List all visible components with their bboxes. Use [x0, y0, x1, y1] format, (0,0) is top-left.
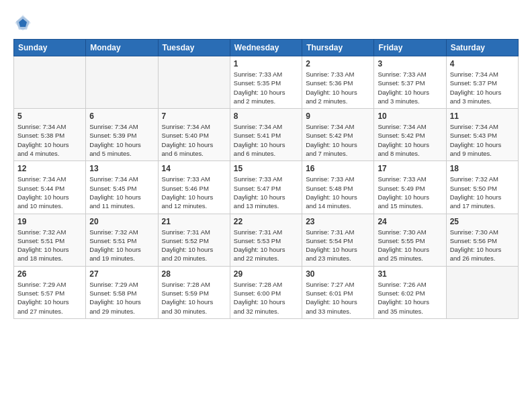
calendar-cell: 13Sunrise: 7:34 AM Sunset: 5:45 PM Dayli…: [86, 161, 158, 214]
day-number: 12: [17, 164, 82, 173]
day-number: 22: [234, 217, 298, 226]
day-number: 6: [89, 111, 154, 121]
calendar-cell: 31Sunrise: 7:26 AM Sunset: 6:02 PM Dayli…: [374, 266, 446, 318]
weekday-header: Saturday: [446, 40, 518, 56]
day-number: 11: [450, 111, 515, 121]
calendar-cell: 25Sunrise: 7:30 AM Sunset: 5:56 PM Dayli…: [446, 214, 518, 266]
day-number: 30: [306, 269, 370, 279]
day-info: Sunrise: 7:26 AM Sunset: 6:02 PM Dayligh…: [378, 280, 442, 316]
day-number: 27: [89, 269, 154, 279]
day-number: 25: [450, 217, 515, 226]
day-info: Sunrise: 7:32 AM Sunset: 5:51 PM Dayligh…: [17, 228, 82, 263]
calendar-cell: 22Sunrise: 7:31 AM Sunset: 5:53 PM Dayli…: [230, 214, 302, 266]
day-info: Sunrise: 7:34 AM Sunset: 5:43 PM Dayligh…: [450, 122, 515, 158]
calendar-cell: 6Sunrise: 7:34 AM Sunset: 5:39 PM Daylig…: [86, 109, 158, 161]
day-info: Sunrise: 7:34 AM Sunset: 5:37 PM Dayligh…: [450, 70, 515, 105]
day-info: Sunrise: 7:28 AM Sunset: 6:00 PM Dayligh…: [234, 280, 298, 316]
day-number: 19: [17, 217, 82, 226]
day-info: Sunrise: 7:29 AM Sunset: 5:58 PM Dayligh…: [89, 280, 154, 316]
calendar-cell: 11Sunrise: 7:34 AM Sunset: 5:43 PM Dayli…: [446, 109, 518, 161]
calendar-week-row: 26Sunrise: 7:29 AM Sunset: 5:57 PM Dayli…: [14, 266, 519, 318]
calendar-cell: 14Sunrise: 7:33 AM Sunset: 5:46 PM Dayli…: [158, 161, 230, 214]
page-header: [13, 13, 519, 32]
day-number: 5: [17, 111, 82, 121]
calendar-cell: 27Sunrise: 7:29 AM Sunset: 5:58 PM Dayli…: [86, 266, 158, 318]
day-info: Sunrise: 7:34 AM Sunset: 5:41 PM Dayligh…: [234, 122, 298, 158]
day-info: Sunrise: 7:33 AM Sunset: 5:49 PM Dayligh…: [378, 175, 442, 210]
day-info: Sunrise: 7:34 AM Sunset: 5:38 PM Dayligh…: [17, 122, 82, 158]
day-number: 28: [162, 269, 226, 279]
day-number: 13: [89, 164, 154, 173]
day-number: 8: [234, 111, 298, 121]
logo: [13, 13, 35, 32]
day-number: 10: [378, 111, 442, 121]
day-info: Sunrise: 7:34 AM Sunset: 5:42 PM Dayligh…: [378, 122, 442, 158]
calendar-cell: 16Sunrise: 7:33 AM Sunset: 5:48 PM Dayli…: [302, 161, 374, 214]
calendar-cell: 28Sunrise: 7:28 AM Sunset: 5:59 PM Dayli…: [158, 266, 230, 318]
calendar-cell: [86, 56, 158, 109]
calendar-week-row: 5Sunrise: 7:34 AM Sunset: 5:38 PM Daylig…: [14, 109, 519, 161]
day-number: 9: [306, 111, 370, 121]
calendar-cell: 15Sunrise: 7:33 AM Sunset: 5:47 PM Dayli…: [230, 161, 302, 214]
day-number: 2: [306, 59, 370, 68]
day-number: 14: [162, 164, 226, 173]
calendar-cell: 18Sunrise: 7:32 AM Sunset: 5:50 PM Dayli…: [446, 161, 518, 214]
day-number: 31: [378, 269, 442, 279]
day-info: Sunrise: 7:34 AM Sunset: 5:40 PM Dayligh…: [162, 122, 226, 158]
day-number: 21: [162, 217, 226, 226]
day-number: 29: [234, 269, 298, 279]
day-info: Sunrise: 7:33 AM Sunset: 5:37 PM Dayligh…: [378, 70, 442, 105]
day-info: Sunrise: 7:31 AM Sunset: 5:54 PM Dayligh…: [306, 228, 370, 263]
day-number: 15: [234, 164, 298, 173]
calendar-cell: 21Sunrise: 7:31 AM Sunset: 5:52 PM Dayli…: [158, 214, 230, 266]
calendar-cell: 23Sunrise: 7:31 AM Sunset: 5:54 PM Dayli…: [302, 214, 374, 266]
day-info: Sunrise: 7:27 AM Sunset: 6:01 PM Dayligh…: [306, 280, 370, 316]
day-info: Sunrise: 7:29 AM Sunset: 5:57 PM Dayligh…: [17, 280, 82, 316]
calendar-cell: 2Sunrise: 7:33 AM Sunset: 5:36 PM Daylig…: [302, 56, 374, 109]
calendar-cell: [14, 56, 86, 109]
calendar-cell: [446, 266, 518, 318]
day-info: Sunrise: 7:31 AM Sunset: 5:53 PM Dayligh…: [234, 228, 298, 263]
day-info: Sunrise: 7:32 AM Sunset: 5:51 PM Dayligh…: [89, 228, 154, 263]
weekday-header: Tuesday: [158, 40, 230, 56]
day-info: Sunrise: 7:28 AM Sunset: 5:59 PM Dayligh…: [162, 280, 226, 316]
calendar-cell: [158, 56, 230, 109]
day-info: Sunrise: 7:33 AM Sunset: 5:47 PM Dayligh…: [234, 175, 298, 210]
day-info: Sunrise: 7:34 AM Sunset: 5:45 PM Dayligh…: [89, 175, 154, 210]
day-number: 4: [450, 59, 515, 68]
calendar-cell: 24Sunrise: 7:30 AM Sunset: 5:55 PM Dayli…: [374, 214, 446, 266]
weekday-header: Friday: [374, 40, 446, 56]
calendar-cell: 20Sunrise: 7:32 AM Sunset: 5:51 PM Dayli…: [86, 214, 158, 266]
day-number: 23: [306, 217, 370, 226]
weekday-header: Monday: [86, 40, 158, 56]
day-info: Sunrise: 7:31 AM Sunset: 5:52 PM Dayligh…: [162, 228, 226, 263]
day-info: Sunrise: 7:33 AM Sunset: 5:35 PM Dayligh…: [234, 70, 298, 105]
day-info: Sunrise: 7:30 AM Sunset: 5:56 PM Dayligh…: [450, 228, 515, 263]
day-info: Sunrise: 7:30 AM Sunset: 5:55 PM Dayligh…: [378, 228, 442, 263]
calendar-cell: 5Sunrise: 7:34 AM Sunset: 5:38 PM Daylig…: [14, 109, 86, 161]
weekday-header: Sunday: [14, 40, 86, 56]
day-info: Sunrise: 7:33 AM Sunset: 5:46 PM Dayligh…: [162, 175, 226, 210]
calendar-cell: 26Sunrise: 7:29 AM Sunset: 5:57 PM Dayli…: [14, 266, 86, 318]
calendar-cell: 9Sunrise: 7:34 AM Sunset: 5:42 PM Daylig…: [302, 109, 374, 161]
calendar-cell: 8Sunrise: 7:34 AM Sunset: 5:41 PM Daylig…: [230, 109, 302, 161]
calendar-cell: 30Sunrise: 7:27 AM Sunset: 6:01 PM Dayli…: [302, 266, 374, 318]
day-number: 3: [378, 59, 442, 68]
calendar-cell: 17Sunrise: 7:33 AM Sunset: 5:49 PM Dayli…: [374, 161, 446, 214]
day-info: Sunrise: 7:33 AM Sunset: 5:36 PM Dayligh…: [306, 70, 370, 105]
calendar-cell: 19Sunrise: 7:32 AM Sunset: 5:51 PM Dayli…: [14, 214, 86, 266]
day-info: Sunrise: 7:34 AM Sunset: 5:44 PM Dayligh…: [17, 175, 82, 210]
logo-icon: [13, 13, 32, 32]
day-info: Sunrise: 7:34 AM Sunset: 5:39 PM Dayligh…: [89, 122, 154, 158]
day-info: Sunrise: 7:32 AM Sunset: 5:50 PM Dayligh…: [450, 175, 515, 210]
calendar-week-row: 19Sunrise: 7:32 AM Sunset: 5:51 PM Dayli…: [14, 214, 519, 266]
calendar-cell: 10Sunrise: 7:34 AM Sunset: 5:42 PM Dayli…: [374, 109, 446, 161]
day-number: 24: [378, 217, 442, 226]
calendar-cell: 1Sunrise: 7:33 AM Sunset: 5:35 PM Daylig…: [230, 56, 302, 109]
calendar-cell: 7Sunrise: 7:34 AM Sunset: 5:40 PM Daylig…: [158, 109, 230, 161]
weekday-header: Wednesday: [230, 40, 302, 56]
calendar-cell: 12Sunrise: 7:34 AM Sunset: 5:44 PM Dayli…: [14, 161, 86, 214]
day-number: 17: [378, 164, 442, 173]
day-number: 1: [234, 59, 298, 68]
day-number: 20: [89, 217, 154, 226]
